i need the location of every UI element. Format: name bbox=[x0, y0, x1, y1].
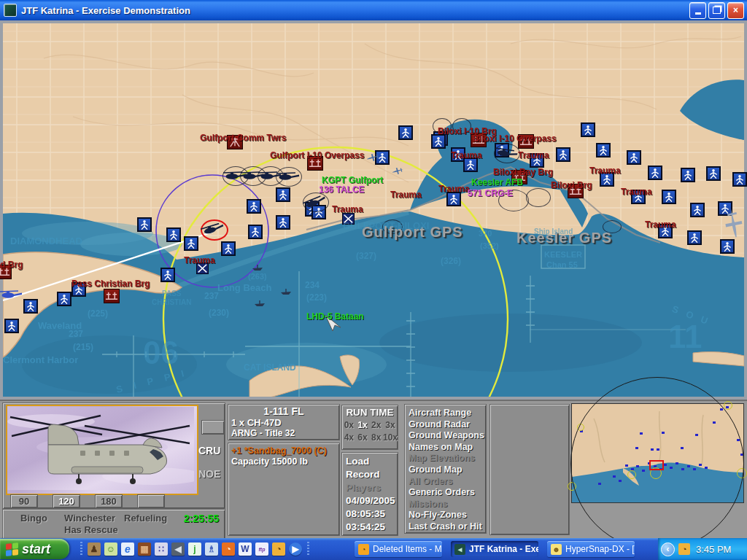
runtime-title: RUN TIME bbox=[342, 407, 398, 418]
minimize-button[interactable] bbox=[689, 2, 706, 19]
menu-item-map-elevations[interactable]: Map Elevations bbox=[409, 453, 486, 464]
unit-marker[interactable] bbox=[137, 217, 152, 232]
unit-marker[interactable] bbox=[160, 268, 175, 282]
trauma-label: Trauma bbox=[589, 166, 621, 175]
unit-marker[interactable] bbox=[247, 199, 261, 214]
chart-text: (352) bbox=[480, 242, 499, 250]
unit-marker[interactable] bbox=[398, 125, 413, 140]
paint-app-icon[interactable]: ♟ bbox=[88, 542, 101, 556]
site-label: Biloxi I-10 Overpass bbox=[473, 134, 557, 143]
ftp-app-icon[interactable]: ftp bbox=[255, 542, 268, 556]
unit-marker[interactable] bbox=[687, 230, 702, 245]
menu-item-aircraft-range[interactable]: Aircraft Range bbox=[409, 408, 486, 419]
briefcase-app-icon[interactable]: ▦ bbox=[138, 542, 151, 556]
load-button[interactable]: Load bbox=[346, 455, 394, 468]
menu-item-ground-weapons[interactable]: Ground Weapons bbox=[409, 430, 486, 442]
altitude-button[interactable]: 180 bbox=[95, 494, 123, 508]
menu-item-missions[interactable]: Missions bbox=[409, 499, 486, 510]
altitude-button[interactable] bbox=[137, 494, 165, 508]
unit-marker[interactable] bbox=[581, 122, 595, 137]
unit-marker[interactable] bbox=[221, 241, 236, 256]
speed-grid: 0x1x2x3x4x6x8x10x bbox=[342, 420, 398, 443]
unit-marker[interactable] bbox=[446, 192, 461, 206]
mode-button-noe[interactable]: NOE bbox=[198, 468, 220, 480]
mode-button-cru[interactable]: CRU bbox=[198, 445, 220, 456]
boat-icon[interactable] bbox=[280, 285, 292, 298]
blue-chess-app-icon[interactable]: ♗ bbox=[205, 542, 218, 556]
unit-marker[interactable] bbox=[276, 187, 290, 202]
helicopter-icon[interactable] bbox=[276, 169, 301, 185]
word-icon[interactable]: W bbox=[239, 542, 252, 556]
speed-button[interactable]: 3x bbox=[383, 420, 398, 430]
speed-button[interactable]: 6x bbox=[356, 432, 370, 443]
unit-marker[interactable] bbox=[681, 168, 695, 182]
mode-blank-button[interactable] bbox=[201, 420, 225, 435]
unit-marker[interactable] bbox=[431, 134, 446, 149]
speed-button[interactable]: 4x bbox=[342, 432, 356, 443]
menu-item-generic-orders[interactable]: Generic Orders bbox=[409, 487, 486, 499]
unit-marker[interactable] bbox=[4, 319, 19, 333]
menu-item-ground-radar[interactable]: Ground Radar bbox=[409, 419, 486, 431]
unit-marker[interactable] bbox=[596, 143, 611, 158]
unit-marker[interactable] bbox=[690, 203, 705, 217]
unit-marker[interactable] bbox=[276, 215, 290, 230]
chart-text: DIAMONDHEAD bbox=[10, 236, 82, 246]
altitude-button[interactable]: 90 bbox=[10, 494, 38, 508]
unit-marker[interactable] bbox=[662, 190, 676, 204]
taskbar-button-icon: ◄ bbox=[454, 544, 465, 555]
minimap[interactable] bbox=[571, 403, 744, 537]
map-viewport[interactable]: Gulfport Comm TwrsGulfport I-10 Overpass… bbox=[0, 20, 747, 400]
mission-timer: 2:25:55 bbox=[184, 513, 219, 524]
payload-capacity: Capacity 15000 lb bbox=[231, 456, 336, 467]
payload-item[interactable]: +1 *Sandbag_7000 (C) bbox=[231, 446, 336, 456]
remote-desktop-icon[interactable]: ∷ bbox=[155, 542, 168, 556]
unit-marker[interactable] bbox=[248, 225, 263, 239]
application-window: JTF Katrina - Exercise Demonstration × bbox=[0, 0, 747, 560]
unit-marker[interactable] bbox=[732, 172, 747, 187]
orange-journal-icon[interactable]: ◔ bbox=[222, 542, 235, 556]
unit-affiliation: ARNG - Title 32 bbox=[231, 428, 336, 439]
taskbar-window-button[interactable]: ☻HyperSnap-DX - [... bbox=[547, 541, 635, 557]
unit-marker[interactable] bbox=[556, 147, 570, 162]
unit-marker[interactable] bbox=[648, 166, 662, 180]
menu-item-all-orders[interactable]: All Orders bbox=[409, 476, 486, 488]
unit-marker[interactable] bbox=[627, 150, 641, 165]
unit-marker[interactable] bbox=[57, 292, 71, 306]
boat-icon[interactable] bbox=[254, 297, 266, 310]
menu-item-names-on-map[interactable]: Names on Map bbox=[409, 442, 486, 454]
speed-button[interactable]: 2x bbox=[369, 420, 383, 430]
media-player-icon[interactable]: ▶ bbox=[289, 542, 302, 556]
taskbar-window-button[interactable]: ◄JTF Katrina - Exer... bbox=[451, 541, 538, 557]
media-back-icon[interactable]: ◀ bbox=[171, 542, 185, 556]
speed-button[interactable]: 8x bbox=[369, 432, 383, 443]
trauma-label: Trauma bbox=[332, 205, 363, 214]
unit-marker[interactable] bbox=[23, 299, 38, 314]
speed-button[interactable]: 10x bbox=[383, 432, 398, 443]
start-button[interactable]: start bbox=[0, 539, 69, 559]
unit-marker[interactable] bbox=[184, 236, 198, 251]
speed-button[interactable]: 0x bbox=[342, 420, 356, 430]
internet-explorer-icon[interactable]: e bbox=[121, 542, 134, 556]
restore-button[interactable] bbox=[708, 2, 725, 19]
record-button[interactable]: Record bbox=[346, 468, 394, 481]
clock-app-icon[interactable]: ◔ bbox=[272, 542, 285, 556]
map-options-menu: Aircraft RangeGround RadarGround Weapons… bbox=[404, 404, 487, 534]
unit-marker[interactable] bbox=[720, 239, 735, 254]
chart-text: CHRISTIAN bbox=[152, 299, 191, 306]
green-app-icon[interactable]: j bbox=[188, 542, 201, 556]
menu-item-no-fly-zones[interactable]: No-Fly-Zones bbox=[409, 510, 486, 521]
altitude-button[interactable]: 120 bbox=[53, 494, 80, 508]
chart-text: (230) bbox=[209, 308, 229, 317]
menu-item-last-crash-or-hit[interactable]: Last Crash or Hit bbox=[409, 521, 486, 533]
site-marker-bridge[interactable] bbox=[104, 289, 120, 303]
taskbar-window-button[interactable]: ◔Deleted Items - Mi... bbox=[355, 541, 442, 557]
unit-marker[interactable] bbox=[706, 166, 721, 181]
helicopter-icon[interactable] bbox=[0, 287, 23, 303]
tray-chevron-icon[interactable]: ‹ bbox=[661, 542, 675, 556]
menu-item-ground-map[interactable]: Ground Map bbox=[409, 464, 486, 476]
close-button[interactable]: × bbox=[727, 2, 744, 19]
speed-button[interactable]: 1x bbox=[356, 420, 370, 430]
unit-marker[interactable] bbox=[166, 228, 181, 242]
tray-clock-icon[interactable]: ◔ bbox=[678, 543, 690, 555]
messenger-icon[interactable]: ☺ bbox=[104, 542, 117, 556]
